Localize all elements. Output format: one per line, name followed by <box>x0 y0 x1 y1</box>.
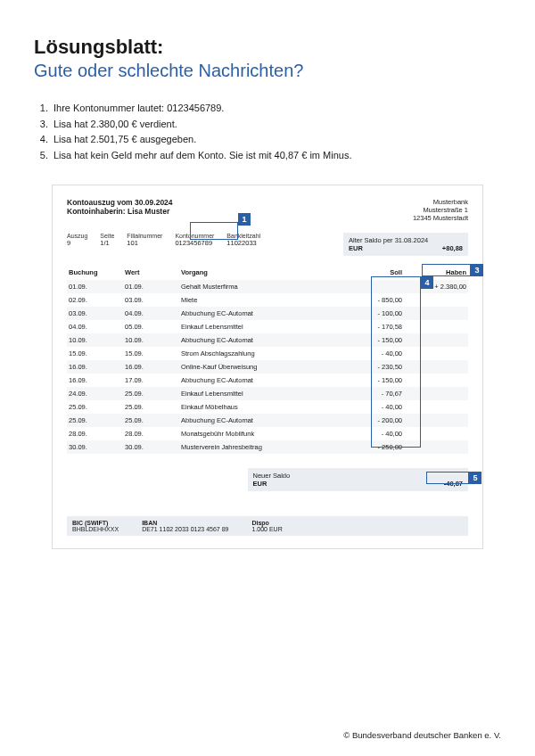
answer-num: 4. <box>34 132 54 148</box>
cell-buchung: 25.09. <box>67 414 123 427</box>
page-title: Lösungsblatt: <box>34 36 501 59</box>
cell-wert: 04.09. <box>123 307 179 320</box>
bank-street: Musterstraße 1 <box>413 206 468 214</box>
table-row: 24.09.25.09.Einkauf Lebensmittel- 70,67 <box>67 387 468 400</box>
cell-soll: - 230,50 <box>340 360 404 374</box>
cell-soll: - 170,58 <box>340 320 404 333</box>
cell-buchung: 16.09. <box>67 360 123 374</box>
cell-buchung: 03.09. <box>67 307 123 320</box>
cell-vorgang: Gehalt Musterfirma <box>179 280 340 293</box>
cell-wert: 25.09. <box>123 414 179 427</box>
footer-meta: BIC (SWIFT)BHBLDEHHXXX IBANDE71 1102 203… <box>67 516 468 536</box>
cell-wert: 30.09. <box>123 440 179 454</box>
cell-haben <box>404 440 468 454</box>
cell-haben <box>404 333 468 347</box>
cell-soll: - 150,00 <box>340 374 404 387</box>
cell-vorgang: Abbuchung EC-Automat <box>179 307 340 320</box>
col-soll: Soll <box>340 265 404 280</box>
cell-soll: - 40,00 <box>340 427 404 440</box>
cell-wert: 10.09. <box>123 333 179 347</box>
footer-bic: BIC (SWIFT)BHBLDEHHXXX <box>72 520 119 532</box>
alter-saldo: Alter Saldo per 31.08.2024 EUR+80,88 <box>343 233 468 256</box>
cell-haben <box>404 414 468 427</box>
copyright: © Bundesverband deutscher Banken e. V. <box>343 730 501 740</box>
cell-buchung: 28.09. <box>67 427 123 440</box>
cell-haben <box>404 293 468 307</box>
cell-vorgang: Abbuchung EC-Automat <box>179 333 340 347</box>
cell-wert: 16.09. <box>123 360 179 374</box>
cell-vorgang: Miete <box>179 293 340 307</box>
col-buchung: Buchung <box>67 265 123 280</box>
callout-5: 5 <box>469 472 482 484</box>
cell-vorgang: Abbuchung EC-Automat <box>179 414 340 427</box>
callout-3: 3 <box>471 264 483 276</box>
cell-wert: 17.09. <box>123 374 179 387</box>
cell-soll: - 850,00 <box>340 293 404 307</box>
cell-haben: + 2.380,00 <box>404 280 468 293</box>
table-row: 16.09.16.09.Online-Kauf Überweisung- 230… <box>67 360 468 374</box>
cell-vorgang: Einkauf Möbelhaus <box>179 400 340 414</box>
table-row: 01.09.01.09.Gehalt Musterfirma+ 2.380,00 <box>67 280 468 293</box>
cell-haben <box>404 320 468 333</box>
cell-vorgang: Online-Kauf Überweisung <box>179 360 340 374</box>
cell-wert: 25.09. <box>123 387 179 400</box>
cell-buchung: 24.09. <box>67 387 123 400</box>
meta-kontonummer: Kontonummer0123456789 <box>175 233 214 256</box>
table-row: 25.09.25.09.Einkauf Möbelhaus- 40,00 <box>67 400 468 414</box>
meta-auszug: Auszug9 <box>67 233 87 256</box>
cell-soll: - 40,00 <box>340 347 404 360</box>
bank-name: Musterbank <box>413 198 468 206</box>
cell-vorgang: Abbuchung EC-Automat <box>179 374 340 387</box>
page-subtitle: Gute oder schlechte Nachrichten? <box>34 61 501 81</box>
bank-statement: Kontoauszug vom 30.09.2024 Kontoinhaberi… <box>52 185 483 549</box>
callout-1: 1 <box>238 213 251 226</box>
col-vorgang: Vorgang <box>179 265 340 280</box>
cell-haben <box>404 387 468 400</box>
footer-dispo: Dispo1.000 EUR <box>251 520 282 532</box>
meta-blz: Bankleitzahl11022033 <box>226 233 260 256</box>
cell-haben <box>404 400 468 414</box>
cell-buchung: 02.09. <box>67 293 123 307</box>
cell-buchung: 25.09. <box>67 400 123 414</box>
cell-wert: 28.09. <box>123 427 179 440</box>
answer-text: Lisa hat kein Geld mehr auf dem Konto. S… <box>54 148 351 164</box>
table-row: 02.09.03.09.Miete- 850,00 <box>67 293 468 307</box>
table-row: 03.09.04.09.Abbuchung EC-Automat- 100,00 <box>67 307 468 320</box>
cell-vorgang: Einkauf Lebensmittel <box>179 320 340 333</box>
cell-soll: - 250,00 <box>340 440 404 454</box>
table-row: 04.09.05.09.Einkauf Lebensmittel- 170,58 <box>67 320 468 333</box>
cell-vorgang: Einkauf Lebensmittel <box>179 387 340 400</box>
cell-soll: - 70,67 <box>340 387 404 400</box>
cell-wert: 25.09. <box>123 400 179 414</box>
cell-buchung: 16.09. <box>67 374 123 387</box>
answer-text: Lisa hat 2.501,75 € ausgegeben. <box>54 132 196 148</box>
cell-wert: 01.09. <box>123 280 179 293</box>
answer-num: 1. <box>34 101 54 117</box>
table-row: 28.09.28.09.Monatsgebühr Mobilfunk- 40,0… <box>67 427 468 440</box>
cell-buchung: 15.09. <box>67 347 123 360</box>
cell-soll: - 200,00 <box>340 414 404 427</box>
cell-buchung: 04.09. <box>67 320 123 333</box>
table-row: 30.09.30.09.Musterverein Jahresbeitrag- … <box>67 440 468 454</box>
cell-haben <box>404 374 468 387</box>
answer-text: Lisa hat 2.380,00 € verdient. <box>54 117 177 133</box>
statement-holder: Kontoinhaberin: Lisa Muster <box>67 207 173 216</box>
cell-buchung: 01.09. <box>67 280 123 293</box>
col-wert: Wert <box>123 265 179 280</box>
cell-haben <box>404 347 468 360</box>
footer-iban: IBANDE71 1102 2033 0123 4567 89 <box>142 520 228 532</box>
cell-haben <box>404 427 468 440</box>
meta-filial: Filialnummer101 <box>127 233 162 256</box>
bank-address: Musterbank Musterstraße 1 12345 Musterst… <box>413 198 468 222</box>
cell-buchung: 10.09. <box>67 333 123 347</box>
bank-city: 12345 Musterstadt <box>413 214 468 222</box>
table-row: 16.09.17.09.Abbuchung EC-Automat- 150,00 <box>67 374 468 387</box>
neuer-saldo: Neuer Saldo EUR-40,87 <box>248 468 469 491</box>
cell-soll <box>340 280 404 293</box>
cell-wert: 03.09. <box>123 293 179 307</box>
cell-haben <box>404 360 468 374</box>
cell-vorgang: Monatsgebühr Mobilfunk <box>179 427 340 440</box>
answer-text: Ihre Kontonummer lautet: 0123456789. <box>54 101 224 117</box>
col-haben: Haben <box>404 265 468 280</box>
callout-4: 4 <box>421 276 433 289</box>
